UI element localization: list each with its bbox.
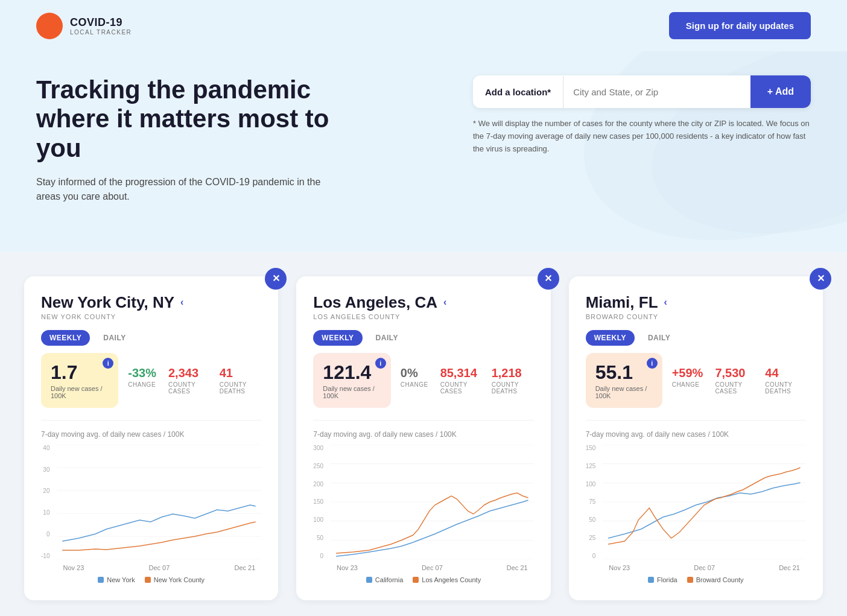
county-cases-stat: 7,530 COUNTY CASES: [715, 366, 753, 395]
chart-svg: [331, 445, 534, 559]
y-label: 150: [313, 498, 323, 505]
y-label: 0: [586, 553, 596, 559]
chart-section: 7-day moving avg. of daily new cases / 1…: [586, 420, 806, 583]
daily-toggle[interactable]: DAILY: [367, 330, 407, 346]
sub-stats: 0% CHANGE 85,314 COUNTY CASES 1,218 COUN…: [401, 366, 534, 395]
info-icon[interactable]: i: [375, 358, 386, 369]
info-icon[interactable]: i: [103, 358, 113, 369]
x-label: Dec 07: [694, 564, 715, 571]
chart-wrapper: 300250200150100500 Nov 23Dec 07Dec 21: [313, 445, 533, 571]
weekly-toggle[interactable]: WEEKLY: [586, 330, 635, 346]
logo-text: COVID-19 LOCAL TRACKER: [70, 16, 132, 36]
y-label: 125: [586, 463, 596, 469]
county-deaths-value: 41: [220, 366, 262, 380]
y-axis: 300250200150100500: [313, 445, 326, 559]
y-label: 250: [313, 463, 323, 469]
legend-item-state: California: [366, 576, 403, 583]
share-icon[interactable]: ‹: [664, 297, 667, 308]
chart-title: 7-day moving avg. of daily new cases / 1…: [586, 430, 806, 439]
y-label: 300: [313, 445, 323, 451]
hero-subtitle: Stay informed of the progression of the …: [36, 175, 338, 204]
legend-dot-county: [413, 577, 419, 583]
metric-box: i 1.7 Daily new cases / 100K: [41, 353, 118, 408]
weekly-toggle[interactable]: WEEKLY: [313, 330, 362, 346]
close-button[interactable]: ✕: [265, 268, 287, 290]
y-label: -10: [41, 553, 49, 559]
toggle-row: WEEKLY DAILY: [41, 330, 261, 346]
county-cases-label: COUNTY CASES: [715, 381, 753, 395]
county-deaths-stat: 44 COUNTY DEATHS: [765, 366, 806, 395]
y-label: 75: [586, 498, 596, 505]
metric-value: 55.1: [595, 361, 653, 384]
cards-section: ✕ New York City, NY ‹ NEW YORK COUNTY WE…: [0, 252, 847, 616]
location-card: ✕ New York City, NY ‹ NEW YORK COUNTY WE…: [24, 276, 278, 600]
x-label: Dec 07: [422, 564, 443, 571]
weekly-toggle[interactable]: WEEKLY: [41, 330, 90, 346]
legend-label-state: New York: [107, 576, 135, 583]
x-label: Dec 07: [148, 564, 170, 571]
county-cases-value: 2,343: [168, 366, 208, 380]
info-icon[interactable]: i: [647, 358, 658, 369]
chart-svg: [57, 445, 261, 559]
y-label: 30: [41, 466, 49, 473]
location-input[interactable]: [563, 76, 750, 108]
logo-sub: LOCAL TRACKER: [70, 29, 132, 36]
chart-section: 7-day moving avg. of daily new cases / 1…: [41, 420, 261, 583]
stats-row: i 121.4 Daily new cases / 100K 0% CHANGE…: [313, 353, 533, 408]
county-cases-stat: 85,314 COUNTY CASES: [440, 366, 480, 395]
y-label: 100: [586, 481, 596, 487]
change-stat: +59% CHANGE: [672, 366, 703, 395]
share-icon[interactable]: ‹: [180, 297, 183, 308]
sub-stats: +59% CHANGE 7,530 COUNTY CASES 44 COUNTY…: [672, 366, 806, 395]
add-button[interactable]: + Add: [750, 75, 811, 108]
card-city: Miami, FL ‹: [586, 293, 806, 312]
legend-label-county: Los Angeles County: [422, 576, 481, 583]
x-label: Nov 23: [63, 564, 84, 571]
x-label: Nov 23: [337, 564, 358, 571]
daily-toggle[interactable]: DAILY: [95, 330, 134, 346]
location-card: ✕ Los Angeles, CA ‹ LOS ANGELES COUNTY W…: [296, 276, 550, 600]
legend-item-county: New York County: [145, 576, 205, 583]
change-value: -33%: [128, 366, 156, 380]
hero-title: Tracking the pandemic where it matters m…: [36, 75, 338, 163]
y-label: 50: [586, 516, 596, 523]
x-label: Dec 21: [779, 564, 800, 571]
x-label: Dec 21: [507, 564, 528, 571]
legend-item-county: Los Angeles County: [413, 576, 481, 583]
cards-grid: ✕ New York City, NY ‹ NEW YORK COUNTY WE…: [24, 276, 823, 600]
chart-area: Nov 23Dec 07Dec 21: [57, 445, 261, 571]
x-labels: Nov 23Dec 07Dec 21: [331, 564, 534, 571]
location-input-row: Add a location* + Add: [473, 75, 811, 108]
y-label: 0: [313, 553, 323, 559]
county-deaths-stat: 1,218 COUNTY DEATHS: [492, 366, 534, 395]
chart-section: 7-day moving avg. of daily new cases / 1…: [313, 420, 533, 583]
chart-legend: New York New York County: [41, 576, 261, 583]
close-button[interactable]: ✕: [810, 268, 831, 290]
change-label: CHANGE: [672, 381, 703, 388]
county-cases-value: 85,314: [440, 366, 480, 380]
chart-wrapper: 403020100-10 Nov 23Dec 07Dec 21: [41, 445, 261, 571]
metric-label: Daily new cases / 100K: [323, 385, 381, 399]
card-county: NEW YORK COUNTY: [41, 313, 261, 320]
x-labels: Nov 23Dec 07Dec 21: [603, 564, 806, 571]
county-deaths-value: 1,218: [492, 366, 534, 380]
close-button[interactable]: ✕: [538, 268, 559, 290]
card-city: New York City, NY ‹: [41, 293, 261, 312]
county-cases-value: 7,530: [715, 366, 753, 380]
signup-button[interactable]: Sign up for daily updates: [669, 12, 811, 39]
x-labels: Nov 23Dec 07Dec 21: [57, 564, 261, 571]
location-label: Add a location*: [473, 76, 563, 108]
header: COVID-19 LOCAL TRACKER Sign up for daily…: [0, 0, 847, 51]
change-stat: -33% CHANGE: [128, 366, 156, 395]
change-value: +59%: [672, 366, 703, 380]
county-deaths-value: 44: [765, 366, 806, 380]
chart-legend: Florida Broward County: [586, 576, 806, 583]
county-cases-stat: 2,343 COUNTY CASES: [168, 366, 208, 395]
metric-value: 121.4: [323, 361, 381, 384]
daily-toggle[interactable]: DAILY: [639, 330, 679, 346]
toggle-row: WEEKLY DAILY: [313, 330, 533, 346]
county-cases-label: COUNTY CASES: [168, 381, 208, 395]
share-icon[interactable]: ‹: [443, 297, 446, 308]
change-stat: 0% CHANGE: [401, 366, 428, 395]
y-label: 0: [41, 531, 49, 538]
